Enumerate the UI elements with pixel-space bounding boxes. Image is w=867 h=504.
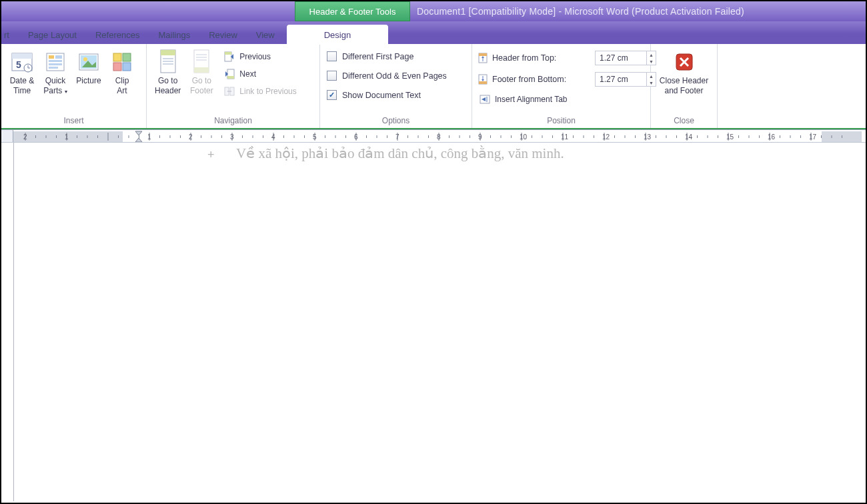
svg-rect-38 [227,91,231,92]
group-label-navigation: Navigation [147,114,319,128]
ribbon: 5 Date & Time Quick Parts ▾ Picture [1,44,866,129]
tab-mailings[interactable]: Mailings [149,25,199,44]
svg-rect-18 [113,63,121,71]
picture-button[interactable]: Picture [72,48,105,87]
svg-rect-34 [227,76,234,79]
svg-text:6: 6 [354,133,358,141]
header-from-top-row: Header from Top: 1.27 cm ▲▼ [476,49,658,67]
svg-text:4: 4 [271,133,275,141]
horizontal-ruler[interactable]: 211234567891011121314151617 [1,129,866,143]
close-icon [672,49,697,75]
ribbon-group-navigation: Go to Header Go to Footer Previous Next [147,44,320,128]
svg-text:16: 16 [768,133,776,141]
svg-text:10: 10 [520,133,528,141]
svg-text:9: 9 [478,133,482,141]
checkbox-icon [327,90,337,100]
ribbon-group-close: Close Header and Footer Close [651,44,718,128]
footer-bottom-icon [478,74,488,85]
tab-design[interactable]: Design [287,25,388,45]
dropdown-arrow-icon: ▾ [65,89,67,95]
group-label-insert: Insert [1,114,146,128]
checkbox-icon [327,71,337,81]
header-top-icon [478,53,488,63]
ribbon-group-position: Header from Top: 1.27 cm ▲▼ Footer from … [472,44,651,128]
goto-header-icon [155,49,181,75]
date-time-button[interactable]: 5 Date & Time [5,48,39,97]
svg-rect-27 [196,54,207,55]
svg-text:2: 2 [189,133,193,141]
svg-text:8: 8 [437,133,441,141]
svg-rect-19 [123,63,131,71]
svg-rect-10 [49,63,62,65]
different-first-page-checkbox[interactable]: Different First Page [324,49,450,63]
group-label-position: Position [472,114,650,128]
alignment-tab-icon [479,93,491,105]
svg-text:13: 13 [644,133,652,141]
svg-text:3: 3 [230,133,234,141]
document-body-text: Về xã hội, phải bảo đảm dân chủ, công bằ… [236,145,564,162]
svg-text:2: 2 [23,133,27,141]
svg-text:14: 14 [685,133,693,141]
link-to-previous-button: Link to Previous [221,84,299,99]
svg-rect-8 [55,55,62,59]
tab-insert-partial[interactable]: rt [1,25,19,44]
group-label-options: Options [320,114,472,128]
window-title: Document1 [Compatibility Mode] - Microso… [410,1,866,21]
page-edge [13,143,16,501]
svg-rect-11 [49,67,58,69]
show-document-text-checkbox[interactable]: Show Document Text [324,88,450,102]
previous-button[interactable]: Previous [221,49,299,64]
svg-text:5: 5 [313,133,317,141]
svg-rect-26 [194,67,209,73]
clip-art-button[interactable]: Clip Art [105,48,139,97]
svg-text:7: 7 [395,133,399,141]
svg-rect-28 [196,57,207,58]
ribbon-group-insert: 5 Date & Time Quick Parts ▾ Picture [1,44,147,128]
svg-rect-29 [196,59,207,61]
svg-rect-9 [49,60,62,62]
contextual-tab-label: Header & Footer Tools [295,1,410,21]
goto-header-button[interactable]: Go to Header [151,48,185,97]
svg-rect-17 [123,53,131,61]
previous-icon [223,51,235,63]
ribbon-group-options: Different First Page Different Odd & Eve… [320,44,472,128]
svg-rect-31 [225,52,231,55]
tab-page-layout[interactable]: Page Layout [19,25,86,44]
tab-review[interactable]: Review [199,25,247,44]
quick-parts-button[interactable]: Quick Parts ▾ [39,48,72,97]
title-bar: Header & Footer Tools Document1 [Compati… [1,1,866,21]
svg-rect-40 [479,53,487,56]
footer-from-bottom-input[interactable]: 1.27 cm ▲▼ [595,72,656,87]
quick-parts-icon [43,49,68,75]
svg-rect-21 [161,50,175,55]
svg-text:1: 1 [65,133,69,141]
different-odd-even-checkbox[interactable]: Different Odd & Even Pages [324,69,450,83]
clip-art-icon [109,49,135,75]
document-area[interactable]: + Về xã hội, phải bảo đảm dân chủ, công … [3,143,864,501]
svg-text:12: 12 [602,133,610,141]
svg-text:15: 15 [726,133,734,141]
picture-icon [76,49,101,75]
ruler-selector[interactable] [1,130,13,142]
next-button[interactable]: Next [221,67,299,81]
svg-rect-1 [12,53,32,59]
svg-point-14 [83,57,87,61]
svg-rect-22 [163,58,173,59]
link-icon [223,85,235,97]
insert-alignment-tab-button[interactable]: Insert Alignment Tab [476,92,658,107]
calendar-icon: 5 [9,49,35,75]
tab-references[interactable]: References [86,25,149,44]
tab-view[interactable]: View [247,25,284,44]
goto-footer-icon [189,49,214,75]
svg-rect-44 [479,81,487,84]
svg-text:5: 5 [16,59,21,70]
close-header-footer-button[interactable]: Close Header and Footer [656,48,712,97]
svg-rect-16 [113,53,121,61]
goto-footer-button: Go to Footer [185,48,218,97]
group-label-close: Close [651,114,717,128]
svg-marker-153 [135,138,142,142]
svg-rect-24 [163,63,173,65]
svg-rect-23 [163,61,173,62]
next-icon [223,68,235,80]
header-from-top-input[interactable]: 1.27 cm ▲▼ [595,51,656,65]
